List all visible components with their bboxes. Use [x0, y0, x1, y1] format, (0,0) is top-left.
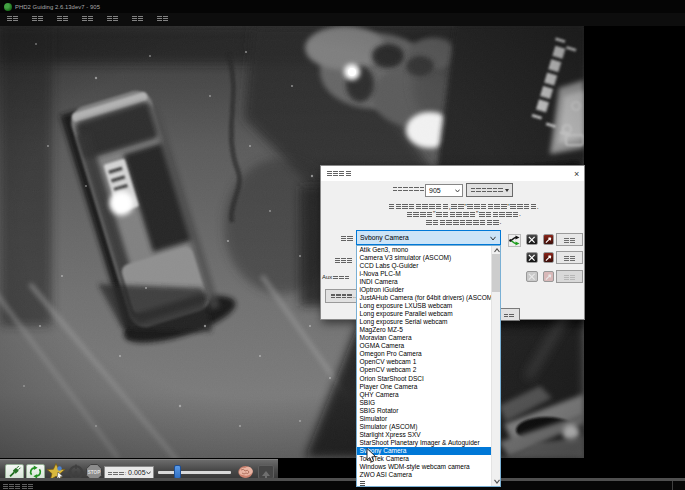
svg-text:STOP: STOP — [88, 470, 100, 475]
